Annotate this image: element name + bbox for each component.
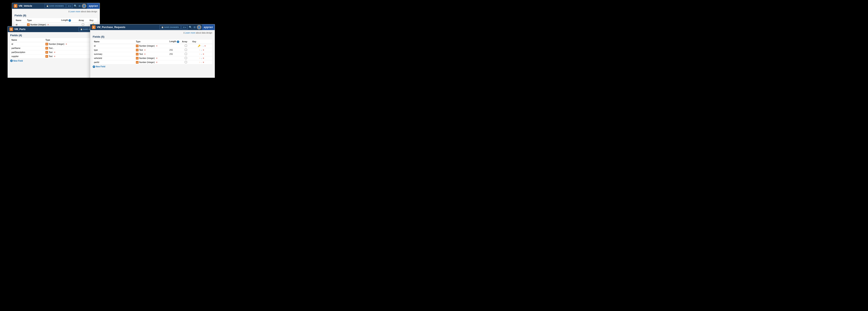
vehicle-col-name: Name [14, 18, 26, 23]
purchase-icon: E [92, 25, 96, 29]
purchase-row-vehicleid-array [181, 56, 191, 60]
delete-icon[interactable]: ✕ [203, 49, 204, 51]
array-checkbox[interactable] [82, 23, 84, 26]
remove-icon[interactable]: ✕ [156, 61, 158, 63]
purchase-row-id-name: id [93, 44, 135, 48]
type-icon: E [45, 55, 48, 58]
purchase-row-type-length: 255 [168, 48, 181, 52]
parts-row-partdesc-type: E Text ✕ [44, 50, 95, 55]
type-icon: E [136, 49, 138, 51]
vehicle-fields-header: Fields (9) [14, 14, 97, 17]
remove-icon[interactable]: ✕ [47, 24, 49, 26]
title-bar-purchase: E VM_Purchase_Requests SAVE CHANGES ⚙ ▾ … [90, 24, 215, 30]
array-checkbox[interactable] [185, 44, 187, 47]
parts-col-name: Name [10, 38, 44, 42]
remove-icon[interactable]: ✕ [65, 43, 67, 45]
delete-icon[interactable]: ✕ [203, 61, 204, 63]
parts-col-type: Type [44, 38, 95, 42]
purchase-row-type-array [181, 48, 191, 52]
remove-icon[interactable]: ✕ [54, 51, 56, 53]
type-icon: E [136, 61, 138, 64]
parts-new-field-link[interactable]: New Field [10, 60, 23, 62]
vehicle-grid-button[interactable]: ⊞ [78, 4, 81, 8]
vehicle-col-array: Array [78, 18, 88, 23]
type-icon: E [27, 23, 30, 26]
vehicle-row-id-type: E Number (Integer) ✕ [26, 23, 60, 27]
purchase-grid-button[interactable]: ⊞ [193, 25, 196, 29]
purchase-row-vehicleid-key: ↑ ↓ ✕ [191, 56, 212, 60]
array-checkbox[interactable] [185, 53, 187, 55]
vehicle-search-button[interactable]: 🔍 [73, 4, 78, 8]
purchase-row-partid-name: partId [93, 60, 135, 64]
purchase-learn-more-link[interactable]: Learn more [185, 32, 195, 34]
vehicle-col-length: Length ? [60, 18, 78, 23]
parts-icon: E [9, 27, 13, 31]
table-row: partId E Number (Integer) ✕ ↑ ↓ ✕ [93, 60, 212, 64]
parts-row-partdesc-name: partDescription [10, 50, 44, 55]
purchase-fields-table: Name Type Length ? Array Key id E Number… [93, 39, 212, 64]
vehicle-title: VM_Vehicle [19, 4, 43, 7]
table-row: id E Number (Integer) ✕ [10, 42, 95, 46]
delete-icon[interactable]: ✕ [203, 53, 204, 55]
purchase-row-id-array [181, 44, 191, 48]
up-icon[interactable]: ↑ [199, 53, 200, 55]
remove-icon[interactable]: ✕ [144, 49, 146, 51]
remove-icon[interactable]: ✕ [156, 45, 158, 47]
vehicle-learn-more-link[interactable]: Learn more [70, 10, 81, 13]
purchase-row-summary-name: summary [93, 52, 135, 56]
type-icon: E [45, 51, 48, 54]
purchase-row-partid-length [168, 60, 181, 64]
purchase-learn-more-line: ℹ Learn more about data design [93, 32, 212, 34]
table-row: partName E Text... [10, 46, 95, 50]
vehicle-icon: E [14, 4, 18, 8]
array-checkbox[interactable] [185, 61, 187, 63]
type-icon: E [136, 57, 138, 60]
up-icon[interactable]: ↑ [199, 61, 200, 63]
remove-icon[interactable]: ✕ [156, 57, 158, 59]
parts-row-supplier-type: E Text ✕ [44, 55, 95, 59]
purchase-length-tooltip: ? [177, 40, 179, 43]
purchase-row-vehicleid-name: vehicleId [93, 56, 135, 60]
title-bar-parts: E VM_Parts SAVE CHA... [8, 26, 97, 32]
remove-icon[interactable]: ✕ [144, 53, 146, 55]
purchase-content: ℹ Learn more about data design Fields (5… [90, 30, 215, 78]
lock-icon: ↑ [201, 45, 202, 47]
purchase-row-summary-length: 255 [168, 52, 181, 56]
purchase-search-button[interactable]: 🔍 [188, 25, 192, 29]
purchase-gear-button[interactable]: ⚙ ▾ [182, 25, 188, 29]
up-icon[interactable]: ↑ [199, 57, 200, 59]
parts-row-partname-type: E Text... [44, 46, 95, 50]
parts-row-supplier-name: supplier [10, 55, 44, 59]
purchase-row-id-type: E Number (Integer) ✕ [135, 44, 168, 48]
parts-content: Fields (4) Name Type id E Number (Intege… [8, 32, 97, 78]
up-icon[interactable]: ↑ [199, 49, 200, 51]
array-checkbox[interactable] [185, 49, 187, 51]
purchase-row-vehicleid-length [168, 56, 181, 60]
vehicle-row-id-length [60, 23, 78, 27]
down-icon[interactable]: ↓ [201, 49, 202, 51]
purchase-col-length: Length ? [168, 39, 181, 44]
remove-icon[interactable]: ✕ [54, 55, 56, 58]
purchase-row-id-key: 🔑 ↑ ↓ ✕ [191, 44, 212, 48]
purchase-new-field-link[interactable]: New Field [93, 65, 105, 68]
down-icon[interactable]: ↓ [203, 45, 204, 47]
down-icon[interactable]: ↓ [201, 57, 202, 59]
vehicle-actions: SAVE CHANGES ⚙ ▾ 🔍 ⊞ 👤 appian [44, 3, 98, 9]
vehicle-save-button[interactable]: SAVE CHANGES [44, 4, 65, 8]
purchase-row-partid-type: E Number (Integer) ✕ [135, 60, 168, 64]
down-icon[interactable]: ↓ [201, 53, 202, 55]
type-icon: E [45, 43, 48, 45]
parts-row-partname-name: partName [10, 46, 44, 50]
purchase-save-button[interactable]: SAVE CHANGES [160, 25, 181, 29]
key-icon: 🔑 [198, 44, 200, 47]
parts-fields-header: Fields (4) [10, 34, 95, 37]
window-parts: E VM_Parts SAVE CHA... Fields (4) Name T… [7, 26, 98, 78]
purchase-appian-logo: appian [202, 24, 215, 30]
vehicle-gear-button[interactable]: ⚙ ▾ [66, 4, 73, 8]
array-checkbox[interactable] [185, 57, 187, 59]
type-icon: E [136, 44, 138, 47]
delete-icon[interactable]: ✕ [203, 57, 204, 59]
delete-icon[interactable]: ✕ [204, 45, 206, 47]
purchase-fields-header: Fields (5) [93, 35, 212, 38]
title-bar-vehicle: E VM_Vehicle SAVE CHANGES ⚙ ▾ 🔍 ⊞ 👤 appi… [12, 3, 100, 9]
